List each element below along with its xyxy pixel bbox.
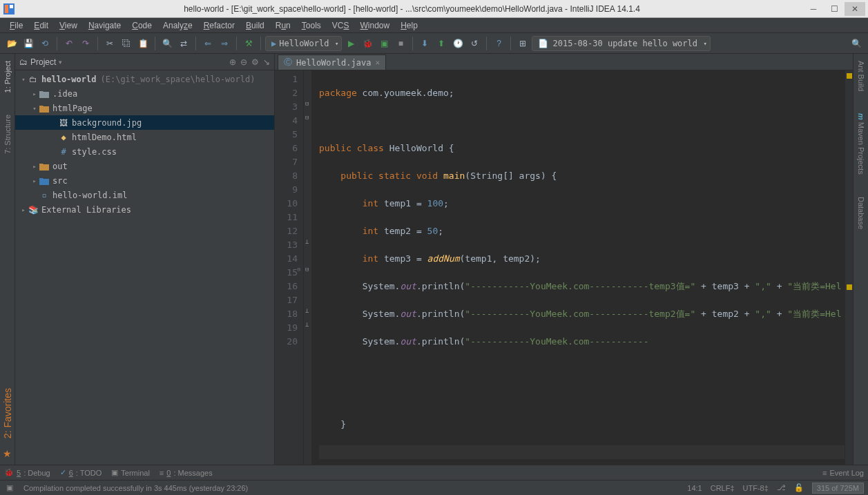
menubar: File Edit View Navigate Code Analyze Ref… [0, 18, 868, 33]
tool-debug-tab[interactable]: 🐞 5: Debug [4, 468, 50, 477]
cut-icon[interactable]: ✂ [102, 36, 117, 51]
separator [510, 37, 511, 50]
tool-messages-tab[interactable]: ≡ 0: Messages [160, 469, 213, 477]
code-content[interactable]: package com.youmeek.demo; public class H… [312, 70, 845, 465]
copy-icon[interactable]: ⿻ [119, 36, 134, 51]
menu-tools[interactable]: Tools [296, 19, 327, 32]
tool-favorites-tab[interactable]: 2: Favorites [1, 384, 15, 443]
hide-icon[interactable]: ↘ [263, 57, 270, 67]
stop-icon[interactable]: ■ [393, 36, 408, 51]
menu-analyze[interactable]: Analyze [157, 19, 198, 32]
vcs-update-icon[interactable]: ⬇ [417, 36, 432, 51]
readonly-lock-icon[interactable]: 🔓 [794, 483, 804, 492]
scroll-to-source-icon[interactable]: ⊕ [229, 57, 236, 67]
structure-icon[interactable]: ⊞ [515, 36, 530, 51]
collapse-icon[interactable]: ⊖ [240, 57, 247, 67]
window-title: hello-world - [E:\git_work_space\hello-w… [21, 4, 803, 14]
separator [260, 37, 261, 50]
menu-navigate[interactable]: Navigate [83, 19, 126, 32]
commit-message-dropdown[interactable]: 📄2015-08-30 update hello world [532, 36, 711, 51]
tree-iml[interactable]: ▫ hello-world.iml [15, 188, 274, 202]
fold-toggle-icon[interactable]: ⊟ [305, 266, 309, 273]
tool-todo-tab[interactable]: ✓ 6: TODO [60, 468, 102, 477]
sync-icon[interactable]: ⟲ [37, 36, 52, 51]
memory-indicator[interactable]: 315 of 725M [812, 483, 864, 494]
maximize-button[interactable]: ☐ [824, 2, 845, 16]
menu-vcs[interactable]: VCS [327, 19, 355, 32]
project-sidebar-header: 🗂 Project ▾ ⊕ ⊖ ⚙ ↘ [15, 54, 274, 70]
tool-ant-tab[interactable]: Ant Build [856, 57, 867, 95]
tree-background-jpg[interactable]: 🖼 background.jpg [15, 115, 274, 130]
menu-file[interactable]: File [4, 19, 28, 32]
vcs-commit-icon[interactable]: ⬆ [434, 36, 449, 51]
coverage-icon[interactable]: ▣ [376, 36, 392, 51]
caret-position[interactable]: 14:1 [687, 484, 702, 492]
line-separator[interactable]: CRLF‡ [711, 484, 735, 492]
menu-view[interactable]: View [54, 19, 83, 32]
fold-end-icon[interactable]: ⊥ [305, 238, 309, 245]
tool-maven-tab[interactable]: m Maven Projects [856, 109, 867, 179]
open-icon[interactable]: 📂 [4, 36, 19, 51]
tab-close-icon[interactable]: ✕ [375, 58, 380, 67]
tree-out[interactable]: ▸ out [15, 159, 274, 173]
find-icon[interactable]: 🔍 [160, 36, 175, 51]
code-editor[interactable]: 1234567891011121314151617181920 ⊟ ⊟ ⊥ ⊚ … [275, 70, 853, 465]
tree-external-libraries[interactable]: ▸📚 External Libraries [15, 202, 274, 217]
warning-marker-icon[interactable] [847, 284, 852, 290]
warning-marker-icon[interactable] [847, 73, 852, 79]
project-view-selector[interactable]: 🗂 Project ▾ [19, 57, 62, 67]
tree-src[interactable]: ▸ src [15, 173, 274, 188]
tab-helloworld[interactable]: Ⓒ HelloWorld.java ✕ [278, 55, 386, 70]
fold-toggle-icon[interactable]: ⊟ [305, 114, 309, 121]
debug-icon[interactable]: 🐞 [360, 36, 375, 51]
vcs-revert-icon[interactable]: ↺ [467, 36, 482, 51]
fold-end-icon[interactable]: ⊥ [305, 321, 309, 328]
search-everywhere-icon[interactable]: 🔍 [849, 36, 864, 51]
menu-window[interactable]: Window [354, 19, 395, 32]
tree-htmlpage[interactable]: ▾ htmlPage [15, 101, 274, 115]
replace-icon[interactable]: ⇄ [176, 36, 191, 51]
tool-window-toggle-icon[interactable]: ▣ [4, 483, 15, 492]
save-icon[interactable]: 💾 [21, 36, 36, 51]
tree-stylecss[interactable]: # style.css [15, 144, 274, 159]
run-icon[interactable]: ▶ [343, 36, 358, 51]
tool-terminal-tab[interactable]: ▣ Terminal [111, 468, 150, 477]
build-icon[interactable]: ⚒ [241, 36, 256, 51]
fold-toggle-icon[interactable]: ⊟ [305, 100, 309, 107]
tree-root-location: (E:\git_work_space\hello-world) [100, 75, 255, 84]
back-icon[interactable]: ⇐ [200, 36, 215, 51]
menu-run[interactable]: Run [270, 19, 296, 32]
right-tool-gutter: Ant Build m Maven Projects Database [853, 54, 868, 465]
menu-edit[interactable]: Edit [28, 19, 54, 32]
file-encoding[interactable]: UTF-8‡ [743, 484, 769, 492]
undo-icon[interactable]: ↶ [61, 36, 77, 51]
tool-database-tab[interactable]: Database [856, 193, 867, 233]
tool-structure-tab[interactable]: 7: Structure [2, 110, 13, 158]
redo-icon[interactable]: ↷ [78, 36, 93, 51]
forward-icon[interactable]: ⇒ [217, 36, 232, 51]
left-tool-gutter: 1: Project 7: Structure 2: Favorites ★ [0, 54, 15, 465]
css-file-icon: # [58, 147, 69, 157]
tool-project-tab[interactable]: 1: Project [2, 57, 13, 97]
menu-code[interactable]: Code [126, 19, 157, 32]
tree-htmldemo[interactable]: ◆ htmlDemo.html [15, 130, 274, 144]
run-config-dropdown[interactable]: ▶HelloWorld [265, 36, 342, 51]
minimize-button[interactable]: ─ [803, 2, 824, 16]
tree-root[interactable]: ▾🗀 hello-world (E:\git_work_space\hello-… [15, 72, 274, 86]
git-branch[interactable]: ⎇ [777, 483, 786, 492]
settings-icon[interactable]: ⚙ [251, 57, 259, 67]
paste-icon[interactable]: 📋 [135, 36, 151, 51]
tool-eventlog-tab[interactable]: ≡ Event Log [822, 469, 864, 477]
menu-help[interactable]: Help [395, 19, 423, 32]
fold-end-icon[interactable]: ⊥ [305, 307, 309, 314]
error-stripe[interactable] [845, 70, 853, 465]
vcs-history-icon[interactable]: 🕐 [450, 36, 465, 51]
tab-label: HelloWorld.java [296, 58, 371, 68]
help-icon[interactable]: ? [491, 36, 506, 51]
close-button[interactable]: ✕ [845, 2, 865, 16]
run-config-label: HelloWorld [279, 39, 329, 48]
gutter-override-icon[interactable]: ⊚ [297, 266, 300, 273]
menu-refactor[interactable]: Refactor [198, 19, 240, 32]
tree-idea[interactable]: ▸ .idea [15, 86, 274, 101]
menu-build[interactable]: Build [240, 19, 270, 32]
